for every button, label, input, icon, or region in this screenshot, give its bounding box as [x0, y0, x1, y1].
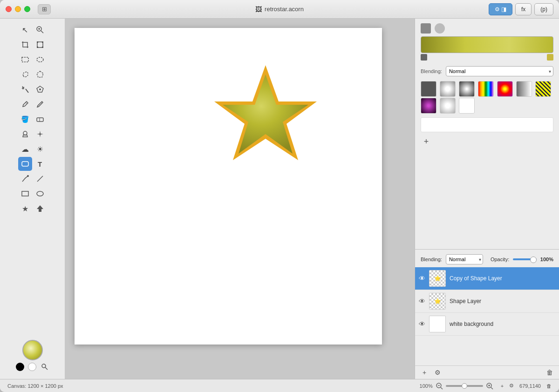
close-button[interactable]: [6, 6, 12, 12]
gradient-stop-right[interactable]: [547, 54, 553, 61]
crop-tool[interactable]: [18, 38, 32, 52]
gradient-bar[interactable]: [421, 36, 553, 53]
svg-line-36: [491, 387, 493, 389]
main-window: ⊞ 🖼 retrostar.acorn ⚙ ◨ fx (p) ↖: [0, 0, 559, 392]
eraser-tool[interactable]: [33, 112, 47, 126]
svg-rect-6: [42, 41, 43, 43]
rounded-rect-tool[interactable]: [18, 157, 32, 171]
svg-marker-25: [37, 205, 43, 212]
arrow-tool[interactable]: ↖: [18, 23, 32, 37]
blur-tool[interactable]: ☁: [18, 142, 32, 156]
svg-rect-8: [42, 47, 43, 48]
sharpen-tool[interactable]: ☀: [33, 142, 47, 156]
star-shape: [210, 61, 321, 172]
layer-actions: + ⚙ 🗑: [415, 365, 559, 379]
swatch-radial-1[interactable]: [440, 81, 456, 97]
swatch-radial-2[interactable]: [459, 81, 475, 97]
settings-icon[interactable]: ⚙: [509, 383, 514, 389]
minimize-button[interactable]: [15, 6, 21, 12]
svg-line-1: [41, 31, 43, 33]
opacity-slider[interactable]: [513, 258, 537, 260]
layers-blending-wrapper[interactable]: Normal Multiply Screen: [446, 254, 483, 264]
delete-icon[interactable]: 🗑: [546, 383, 552, 389]
ellipse-select-tool[interactable]: [33, 53, 47, 67]
rect-select-tool[interactable]: [18, 53, 32, 67]
tool-row-9: ☁ ☀: [0, 142, 65, 156]
magnify-color-tool[interactable]: [40, 362, 49, 372]
canvas[interactable]: [75, 28, 382, 345]
swatch-dark[interactable]: [421, 81, 436, 97]
swatch-bw-gradient[interactable]: [516, 81, 532, 97]
white-color[interactable]: [28, 363, 36, 371]
canvas-area[interactable]: [65, 19, 415, 379]
fill-blending-select[interactable]: Normal Multiply Screen Overlay: [446, 66, 553, 76]
add-layer-button[interactable]: +: [419, 368, 430, 377]
foreground-color-picker[interactable]: [22, 340, 43, 360]
zoom-out-icon[interactable]: [436, 382, 443, 390]
svg-marker-11: [37, 71, 43, 77]
layer-row-copy-shape[interactable]: 👁 ⭐ Copy of Shape Layer: [415, 267, 559, 290]
swatch-stripes[interactable]: [535, 81, 551, 97]
magic-wand-tool[interactable]: [18, 82, 32, 96]
swatch-white[interactable]: [459, 98, 475, 114]
fill-icon[interactable]: [421, 23, 431, 34]
layer-settings-button[interactable]: ⚙: [432, 368, 443, 377]
pen-tool[interactable]: [18, 172, 32, 186]
svg-line-32: [441, 387, 443, 389]
sidebar-toggle-button[interactable]: ⊞: [38, 4, 51, 14]
delete-layer-button[interactable]: 🗑: [544, 368, 555, 377]
p-panel-button[interactable]: (p): [534, 3, 553, 15]
svg-rect-23: [22, 191, 28, 196]
poly-lasso-tool[interactable]: [33, 68, 47, 81]
opacity-value: 100%: [540, 257, 553, 262]
ellipse-tool[interactable]: [33, 187, 47, 201]
stamp-tool[interactable]: [18, 127, 32, 141]
black-color[interactable]: [16, 363, 24, 371]
tool-row-3: [0, 52, 65, 67]
sparkle-tool[interactable]: [33, 127, 47, 141]
add-swatch-button[interactable]: +: [421, 136, 432, 147]
gradient-stop-left[interactable]: [421, 54, 427, 61]
line-tool[interactable]: [33, 172, 47, 186]
swatch-rainbow[interactable]: [478, 81, 494, 97]
fx-panel-button[interactable]: fx: [515, 3, 532, 15]
star-tool[interactable]: ★: [18, 202, 32, 216]
color-tools-row: [16, 362, 49, 372]
tool-row-10: T: [0, 156, 65, 171]
stroke-icon[interactable]: [435, 23, 445, 34]
layer-row-white-bg[interactable]: 👁 white background: [415, 313, 559, 336]
zoom-slider[interactable]: [446, 385, 483, 387]
text-tool[interactable]: T: [33, 157, 47, 171]
window-title: retrostar.acorn: [265, 6, 304, 13]
rectangle-tool[interactable]: [18, 187, 32, 201]
layer-thumb-white-bg: [429, 316, 446, 332]
svg-rect-9: [22, 57, 28, 62]
maximize-button[interactable]: [24, 6, 30, 12]
swatches-grid: [421, 81, 553, 114]
layer-eye-white-bg[interactable]: 👁: [419, 320, 425, 328]
layers-blending-select[interactable]: Normal Multiply Screen: [446, 254, 483, 264]
swatch-purple-radial[interactable]: [421, 98, 436, 114]
layer-eye-shape[interactable]: 👁: [419, 297, 425, 305]
gradient-stops: [421, 54, 553, 61]
layer-name-copy-shape: Copy of Shape Layer: [450, 275, 555, 282]
swatch-radial-3[interactable]: [440, 98, 456, 114]
paint-bucket-tool[interactable]: 🪣: [18, 112, 32, 126]
tool-row-4: [0, 67, 65, 82]
eyedropper-tool[interactable]: [18, 97, 32, 111]
layer-row-shape[interactable]: 👁 ⭐ Shape Layer: [415, 290, 559, 313]
layer-eye-copy-shape[interactable]: 👁: [419, 275, 425, 282]
zoom-tool[interactable]: [33, 23, 47, 37]
arrow-up-tool[interactable]: [33, 202, 47, 216]
tool-row-5: [0, 82, 65, 97]
color-select-tool[interactable]: [33, 82, 47, 96]
transform-tool[interactable]: [33, 38, 47, 52]
fill-blending-dropdown[interactable]: Normal Multiply Screen Overlay: [446, 66, 553, 76]
zoom-in-icon[interactable]: [486, 382, 493, 390]
file-icon: 🖼: [255, 6, 262, 13]
pencil-tool[interactable]: [33, 97, 47, 111]
tools-panel-button[interactable]: ⚙ ◨: [489, 3, 512, 15]
add-layer-status[interactable]: +: [501, 383, 504, 389]
lasso-tool[interactable]: [18, 68, 32, 81]
swatch-color-radial[interactable]: [497, 81, 513, 97]
